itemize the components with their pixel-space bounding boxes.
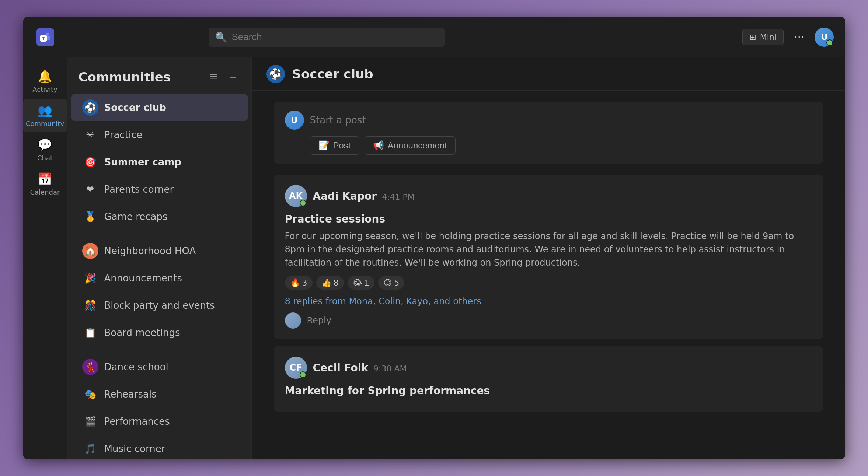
sidebar-item-community[interactable]: 👥 Community [23, 99, 67, 132]
message-header-1: AK Aadi Kapor 4:41 PM [285, 185, 812, 207]
community-item-board-meetings[interactable]: 📋 Board meetings [71, 319, 248, 346]
parents-corner-icon: ❤️ [82, 181, 98, 197]
rehearsals-name: Rehearsals [104, 389, 157, 400]
reaction-fire[interactable]: 🔥 3 [285, 276, 313, 290]
teams-logo: T [34, 26, 56, 48]
chat-header: ⚽ Soccer club [252, 57, 845, 91]
mini-button[interactable]: ⊞ Mini [742, 29, 784, 45]
community-item-hoa[interactable]: 🏠 Neighborhood HOA [71, 238, 248, 264]
search-bar[interactable]: 🔍 [209, 28, 445, 47]
community-item-practice[interactable]: ✳️ Practice [71, 122, 248, 148]
calendar-icon: 📅 [38, 172, 52, 186]
community-item-soccer-club[interactable]: ⚽ Soccer club [71, 94, 248, 121]
practice-name: Practice [104, 129, 143, 140]
performances-icon: 🎬 [82, 413, 98, 430]
music-corner-icon: 🎵 [82, 441, 98, 457]
svg-point-1 [46, 33, 49, 36]
block-party-icon: 🎊 [82, 297, 98, 314]
add-community-button[interactable]: ＋ [226, 68, 240, 86]
community-item-dance-school[interactable]: 💃 Dance school [71, 354, 248, 380]
reaction-thumbsup-count: 8 [334, 278, 339, 287]
search-input[interactable] [231, 31, 438, 43]
sidebar-nav: 🔔 Activity 👥 Community 💬 Chat 📅 Calendar [23, 57, 67, 459]
reply-button-1[interactable]: Reply [307, 315, 331, 326]
message-time-1: 4:41 PM [382, 192, 415, 202]
user-avatar[interactable]: U [815, 28, 834, 47]
music-corner-name: Music corner [104, 443, 165, 454]
more-options-button[interactable]: ··· [791, 28, 808, 46]
reply-row-1: Reply [285, 312, 812, 329]
message-title-1: Practice sessions [285, 213, 812, 225]
message-body-1: For our upcoming season, we'll be holdin… [285, 230, 812, 269]
replies-link-1[interactable]: 8 replies from Mona, Colin, Kayo, and ot… [285, 296, 812, 307]
community-item-rehearsals[interactable]: 🎭 Rehearsals [71, 381, 248, 407]
message-card-2: CF Cecil Folk 9:30 AM Marketing for Spri… [274, 346, 823, 412]
block-party-name: Block party and events [104, 300, 215, 311]
composer-avatar: U [285, 111, 304, 130]
community-icon: 👥 [38, 104, 52, 118]
calendar-label: Calendar [30, 188, 60, 196]
reaction-laugh[interactable]: 😂 1 [348, 276, 375, 290]
message-author-1: Aadi Kapor [313, 190, 377, 202]
post-icon: 📝 [318, 140, 330, 151]
chat-icon: 💬 [38, 138, 52, 152]
message-time-2: 9:30 AM [373, 364, 407, 373]
sidebar-item-activity[interactable]: 🔔 Activity [23, 65, 67, 98]
reaction-laugh-count: 1 [364, 278, 369, 287]
post-button[interactable]: 📝 Post [310, 136, 359, 155]
community-group-dance: 💃 Dance school 🎭 Rehearsals 🎬 Performanc… [67, 354, 251, 459]
hoa-name: Neighborhood HOA [104, 245, 196, 256]
parents-corner-name: Parents corner [104, 184, 174, 195]
message-avatar-1: AK [285, 185, 307, 207]
message-author-2: Cecil Folk [313, 362, 369, 374]
title-bar: T 🔍 ⊞ Mini ··· U [23, 17, 845, 57]
reaction-fire-count: 3 [302, 278, 307, 287]
soccer-club-name: Soccer club [104, 102, 166, 113]
reaction-smile-emoji: 😊 [383, 278, 392, 287]
announcements-name: Announcements [104, 273, 182, 284]
message-meta-1: Aadi Kapor 4:41 PM [313, 190, 415, 202]
communities-panel: Communities ≡ ＋ ⚽ Soccer club ✳️ Practic… [67, 57, 252, 459]
message-header-2: CF Cecil Folk 9:30 AM [285, 357, 812, 379]
title-bar-right: ⊞ Mini ··· U [742, 28, 834, 47]
community-item-parents-corner[interactable]: ❤️ Parents corner [71, 176, 248, 203]
summer-camp-name: Summer camp [104, 157, 182, 168]
reply-avatar-1 [285, 312, 301, 329]
divider-2 [75, 350, 244, 350]
divider-1 [75, 234, 244, 234]
board-meetings-name: Board meetings [104, 327, 180, 338]
community-item-block-party[interactable]: 🎊 Block party and events [71, 292, 248, 319]
chat-header-title: Soccer club [292, 67, 373, 81]
announcement-label: Announcement [388, 140, 447, 151]
practice-icon: ✳️ [82, 127, 98, 143]
mini-label: Mini [760, 32, 777, 42]
reaction-thumbsup[interactable]: 👍 8 [316, 276, 344, 290]
announcement-button[interactable]: 📢 Announcement [365, 136, 456, 155]
reaction-smile[interactable]: 😊 5 [378, 276, 404, 290]
start-post-text[interactable]: Start a post [310, 115, 366, 126]
dance-school-name: Dance school [104, 361, 168, 372]
community-item-announcements[interactable]: 🎉 Announcements [71, 265, 248, 291]
reaction-thumbsup-emoji: 👍 [321, 278, 331, 287]
communities-header-actions: ≡ ＋ [207, 68, 240, 86]
post-label: Post [333, 140, 351, 151]
community-item-game-recaps[interactable]: 🥇 Game recaps [71, 203, 248, 230]
community-group-soccer: ⚽ Soccer club ✳️ Practice 🎯 Summer camp … [67, 94, 251, 230]
community-item-performances[interactable]: 🎬 Performances [71, 408, 248, 435]
app-window: T 🔍 ⊞ Mini ··· U 🔔 Activity 👥 Commu [23, 17, 845, 459]
summer-camp-icon: 🎯 [82, 154, 98, 170]
message-avatar-2: CF [285, 357, 307, 379]
activity-label: Activity [32, 85, 57, 93]
chat-area: ⚽ Soccer club U Start a post 📝 Post [252, 57, 845, 459]
reaction-fire-emoji: 🔥 [290, 278, 300, 287]
performances-name: Performances [104, 416, 170, 427]
filter-icon[interactable]: ≡ [207, 68, 220, 86]
community-item-summer-camp[interactable]: 🎯 Summer camp [71, 149, 248, 175]
activity-icon: 🔔 [38, 69, 52, 83]
community-item-music-corner[interactable]: 🎵 Music corner [71, 435, 248, 459]
sidebar-item-calendar[interactable]: 📅 Calendar [23, 168, 67, 200]
chat-messages: U Start a post 📝 Post 📢 Announcement [252, 91, 845, 459]
sidebar-item-chat[interactable]: 💬 Chat [23, 133, 67, 166]
message-title-2: Marketing for Spring performances [285, 385, 812, 397]
board-meetings-icon: 📋 [82, 325, 98, 341]
